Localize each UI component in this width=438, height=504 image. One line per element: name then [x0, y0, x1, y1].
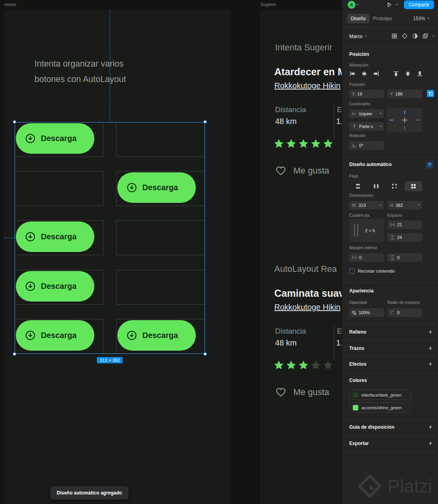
corner-radius-field[interactable]: 0: [387, 308, 422, 317]
card-link[interactable]: Rokkokutoge Hikin: [274, 303, 340, 312]
present-chevron-icon[interactable]: ▾: [396, 3, 398, 6]
align-right-icon[interactable]: [373, 71, 379, 77]
rating-stars[interactable]: [274, 360, 333, 370]
add-fill-button[interactable]: +: [427, 328, 434, 335]
stat-value[interactable]: 1.: [336, 117, 342, 126]
align-bottom-icon[interactable]: [417, 71, 423, 77]
layout-grid-icon[interactable]: [391, 33, 398, 39]
like-row[interactable]: Me gusta: [275, 165, 329, 176]
horizontal-gap-field[interactable]: 21: [387, 220, 422, 229]
avatar[interactable]: A: [348, 1, 356, 9]
color-style-shine-green[interactable]: accents/shine_green: [349, 403, 411, 412]
autolayout-active-toggle[interactable]: [426, 161, 434, 169]
tab-design[interactable]: Diseño: [347, 14, 369, 23]
card-heading[interactable]: Caminata suav: [274, 288, 342, 299]
add-export-button[interactable]: +: [427, 440, 434, 447]
vertical-constraint-select[interactable]: Parte s ▾: [349, 122, 384, 131]
autolayout-grid-selection[interactable]: Descarga Descarga Descarga Descarga: [15, 122, 205, 354]
rotation-field[interactable]: 0°: [349, 141, 384, 150]
selection-handle-tr[interactable]: [204, 120, 207, 123]
flow-wrap-button[interactable]: [386, 181, 403, 191]
frame-label-varios[interactable]: varios: [4, 2, 16, 7]
descarga-button[interactable]: Descarga: [16, 221, 94, 252]
flow-horizontal-button[interactable]: [367, 181, 385, 191]
flow-vertical-button[interactable]: [349, 181, 367, 191]
descarga-button[interactable]: Descarga: [117, 320, 196, 351]
width-field[interactable]: W 313 ▾: [349, 201, 384, 210]
alignment-row: [349, 71, 423, 77]
component-icon[interactable]: [402, 33, 408, 39]
clip-content-checkbox[interactable]: [349, 268, 355, 274]
add-layout-guide-button[interactable]: +: [427, 424, 434, 430]
styles-chevron-icon[interactable]: ▾: [432, 34, 434, 38]
descarga-button[interactable]: Descarga: [16, 320, 94, 351]
mask-icon[interactable]: [412, 33, 418, 39]
frame-title-text[interactable]: Intenta Sugerir: [275, 42, 332, 53]
stat-value[interactable]: 48 km: [275, 117, 296, 126]
stat-label[interactable]: E: [337, 327, 342, 336]
grid-cell[interactable]: Descarga: [116, 319, 205, 354]
styles-icon[interactable]: [422, 33, 428, 39]
selection-type-dropdown[interactable]: Marco ▾: [349, 34, 366, 39]
opacity-field[interactable]: 100%: [349, 308, 384, 317]
vertical-gap-field[interactable]: 24: [387, 233, 422, 242]
grid-cell-empty[interactable]: [15, 171, 103, 206]
present-play-icon[interactable]: [386, 2, 392, 8]
frame-title-text[interactable]: Intenta organizar varios botones con Aut…: [34, 56, 126, 87]
card-heading[interactable]: Atardecer en M: [274, 66, 342, 78]
flow-grid-button[interactable]: [405, 181, 422, 191]
stat-label[interactable]: Distancia: [275, 105, 306, 114]
chevron-down-icon: ▾: [418, 204, 419, 207]
grid-cell-empty[interactable]: [116, 220, 205, 255]
horizontal-constraint-select[interactable]: Izquier ▾: [349, 109, 384, 118]
height-field[interactable]: H 382 ▾: [387, 201, 422, 210]
x-position-field[interactable]: X 19: [349, 90, 384, 98]
selection-size-badge: 313 × 382: [97, 357, 122, 363]
align-middle-vertical-icon[interactable]: [405, 71, 411, 77]
descarga-button[interactable]: Descarga: [16, 271, 94, 302]
tab-prototype[interactable]: Prototipo: [373, 16, 392, 21]
clip-content-label[interactable]: Recortar contenido: [358, 269, 395, 273]
rating-stars[interactable]: [274, 138, 333, 149]
horizontal-padding-field[interactable]: 0: [349, 253, 384, 262]
add-effect-button[interactable]: +: [427, 361, 434, 367]
descarga-button[interactable]: Descarga: [117, 172, 196, 203]
grid-cell[interactable]: Descarga: [15, 319, 103, 354]
constraints-widget[interactable]: [387, 108, 423, 134]
section-label[interactable]: AutoLayout Rea: [274, 264, 337, 274]
canvas-frame-sugiere[interactable]: Intenta Sugerir Atardecer en M Rokkokuto…: [260, 10, 342, 504]
grid-cell[interactable]: Descarga: [15, 122, 103, 157]
stat-label[interactable]: E: [337, 105, 342, 114]
absolute-position-toggle[interactable]: [427, 90, 434, 97]
frame-label-sugiere[interactable]: Sugiere: [260, 2, 276, 7]
stroke-header: Trazos: [349, 346, 364, 351]
add-stroke-button[interactable]: +: [427, 345, 434, 351]
color-style-dark-green[interactable]: interface/dark_green: [349, 390, 411, 400]
selection-handle-br[interactable]: [204, 353, 207, 355]
selection-handle-bl[interactable]: [13, 353, 16, 355]
zoom-control[interactable]: 153% ▾: [413, 16, 429, 21]
canvas-frame-varios[interactable]: Intenta organizar varios botones con Aut…: [4, 10, 231, 504]
align-center-horizontal-icon[interactable]: [361, 71, 367, 77]
y-position-field[interactable]: Y 186: [387, 90, 422, 98]
avatar-chevron-icon[interactable]: ▾: [357, 3, 358, 6]
grid-cell-empty[interactable]: [116, 270, 205, 305]
stat-value[interactable]: 48 km: [275, 338, 296, 347]
grid-cell[interactable]: Descarga: [116, 171, 205, 206]
stat-label[interactable]: Distancia: [275, 327, 306, 336]
alignment-label: Alineación: [349, 63, 368, 67]
share-button[interactable]: Compartir: [404, 0, 434, 9]
selection-handle-tl[interactable]: [13, 120, 16, 123]
descarga-button[interactable]: Descarga: [16, 123, 94, 154]
stat-value[interactable]: 1.: [336, 338, 342, 347]
grid-cell[interactable]: Descarga: [15, 270, 103, 305]
align-top-icon[interactable]: [393, 71, 399, 77]
grid-size-widget[interactable]: 2 × 5: [349, 219, 384, 242]
card-link[interactable]: Rokkokutoge Hikin: [274, 81, 340, 90]
align-left-icon[interactable]: [349, 71, 356, 77]
grid-cell-empty[interactable]: [116, 122, 205, 157]
grid-cell[interactable]: Descarga: [15, 220, 103, 255]
fill-header: Relleno: [349, 329, 366, 335]
like-row[interactable]: Me gusta: [275, 386, 329, 398]
vertical-padding-field[interactable]: 0: [387, 253, 422, 262]
